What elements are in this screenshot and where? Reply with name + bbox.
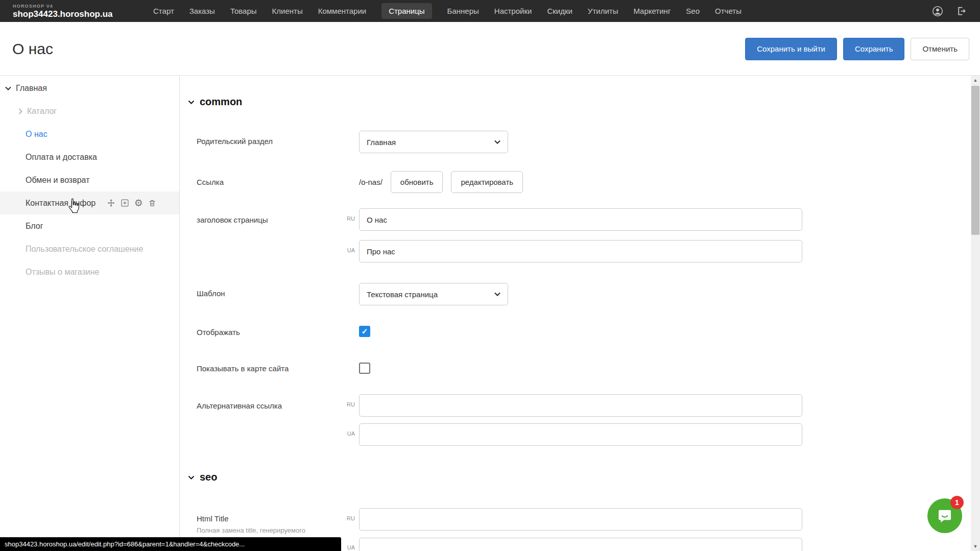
topbar: HOROSHOP V4 shop34423.horoshop.ua Старт … (0, 0, 980, 22)
nav-item-utility[interactable]: Утилиты (588, 3, 618, 19)
sidebar-item-label: О нас (26, 130, 47, 139)
html-title-input-ru[interactable] (359, 508, 802, 531)
chevron-down-icon (494, 292, 500, 296)
move-icon[interactable] (106, 199, 115, 208)
nav-item-zakazy[interactable]: Заказы (189, 3, 215, 19)
link-row: /o-nas/ обновить редактировать (359, 171, 523, 193)
sidebar-item-label: Обмен и возврат (26, 176, 89, 185)
html-title-hint: Полная замена title, генерируемого (197, 526, 305, 534)
refresh-link-button[interactable]: обновить (391, 171, 443, 193)
brand-version-label: HOROSHOP V4 (13, 4, 143, 9)
row-actions: ⚙ (106, 199, 157, 208)
delete-trash-icon[interactable] (148, 199, 157, 208)
cancel-button[interactable]: Отменить (911, 38, 969, 60)
topbar-right-icons (932, 6, 967, 17)
sidebar-item-label: Блог (26, 222, 43, 231)
template-select[interactable]: Текстовая страница (359, 283, 508, 305)
section-common-header[interactable]: common (188, 96, 242, 108)
page-title-input-ua[interactable] (359, 240, 802, 262)
html-title-label: Html Title (197, 514, 229, 523)
sidebar-item-oplata-i-dostavka[interactable]: Оплата и доставка (0, 146, 179, 169)
scroll-down-arrow[interactable]: ▼ (971, 544, 980, 549)
template-label: Шаблон (197, 289, 225, 298)
sidebar-item-glavnaya[interactable]: Главная (0, 77, 179, 100)
pages-tree-sidebar: Главная Каталог О нас Оплата и доставка … (0, 76, 180, 551)
display-checkbox[interactable]: ✓ (359, 326, 370, 337)
link-label: Ссылка (197, 178, 224, 186)
page-header: О нас Сохранить и выйти Сохранить Отмени… (0, 22, 980, 76)
lang-badge-ru: RU (343, 215, 355, 222)
logout-icon[interactable] (955, 6, 967, 17)
sitemap-label: Показывать в карте сайта (197, 364, 289, 373)
chat-unread-badge: 1 (950, 496, 964, 509)
edit-link-button[interactable]: редактировать (451, 171, 523, 193)
section-seo-title: seo (200, 471, 217, 483)
chevron-down-icon (5, 86, 11, 90)
sidebar-item-katalog[interactable]: Каталог (0, 100, 179, 123)
scrollbar-thumb[interactable] (971, 86, 979, 235)
header-buttons: Сохранить и выйти Сохранить Отменить (745, 22, 969, 76)
lang-badge-ru: RU (343, 515, 355, 521)
scroll-up-arrow[interactable]: ▲ (971, 78, 980, 83)
sidebar-item-otzyvy-o-magazine[interactable]: Отзывы о магазине (0, 260, 179, 283)
main-nav: Старт Заказы Товары Клиенты Комментарии … (153, 3, 742, 19)
alt-link-label: Альтернативная ссылка (197, 401, 282, 410)
nav-item-marketing[interactable]: Маркетинг (633, 3, 671, 19)
user-account-icon[interactable] (932, 6, 943, 17)
save-button[interactable]: Сохранить (843, 38, 905, 60)
chevron-right-icon (18, 108, 22, 114)
section-seo-header[interactable]: seo (188, 471, 217, 483)
sidebar-item-label: Отзывы о магазине (26, 268, 100, 277)
lang-badge-ua: UA (343, 247, 355, 253)
link-path: /o-nas/ (359, 178, 383, 186)
section-common-title: common (200, 96, 242, 108)
nav-item-start[interactable]: Старт (153, 3, 174, 19)
template-value: Текстовая страница (367, 290, 438, 299)
horoshop-admin-window: HOROSHOP V4 shop34423.horoshop.ua Старт … (0, 0, 980, 551)
add-page-icon[interactable] (120, 199, 129, 208)
nav-item-klienty[interactable]: Клиенты (272, 3, 303, 19)
sidebar-item-label: Каталог (27, 107, 57, 116)
nav-item-stranitsy[interactable]: Страницы (381, 3, 432, 19)
sidebar-item-obmen-i-vozvrat[interactable]: Обмен и возврат (0, 169, 179, 191)
sidebar-item-kontaktnaya-infor[interactable]: Контактная инфор ⚙ (0, 191, 179, 214)
nav-item-kommentarii[interactable]: Комментарии (318, 3, 366, 19)
sidebar-item-label: Контактная инфор (26, 199, 95, 208)
nav-item-seo[interactable]: Seo (686, 3, 700, 19)
nav-item-nastroyki[interactable]: Настройки (494, 3, 532, 19)
lang-badge-ua: UA (343, 430, 355, 437)
chevron-down-icon (188, 475, 195, 480)
display-label: Отображать (197, 328, 240, 337)
sidebar-item-polzovatelskoe-soglashenie[interactable]: Пользовательское соглашение (0, 237, 179, 260)
alt-link-input-ru[interactable] (359, 394, 802, 417)
sidebar-item-blog[interactable]: Блог (0, 214, 179, 237)
settings-gear-icon[interactable]: ⚙ (134, 199, 143, 208)
lang-badge-ru: RU (343, 401, 355, 408)
nav-item-otchety[interactable]: Отчеты (715, 3, 742, 19)
sidebar-item-label: Оплата и доставка (26, 153, 97, 162)
chat-widget-button[interactable]: 1 (927, 498, 962, 533)
link-status-bar: shop34423.horoshop.ua/edit/edit.php?id=6… (0, 537, 341, 551)
page-title: О нас (12, 22, 53, 76)
sitemap-checkbox[interactable] (359, 363, 370, 374)
lang-badge-ua: UA (343, 544, 355, 550)
vertical-scrollbar: ▲ ▼ (971, 76, 980, 551)
page-title-label: заголовок страницы (197, 215, 268, 224)
brand-block: HOROSHOP V4 shop34423.horoshop.ua (13, 4, 143, 18)
page-edit-form: common Родительский раздел Главная Ссылк… (180, 76, 971, 551)
chat-bubble-icon (936, 507, 954, 525)
sidebar-item-label: Главная (16, 84, 47, 93)
nav-item-tovary[interactable]: Товары (230, 3, 257, 19)
nav-item-bannery[interactable]: Баннеры (447, 3, 479, 19)
alt-link-input-ua[interactable] (359, 423, 802, 446)
sidebar-item-label: Пользовательское соглашение (26, 245, 143, 254)
parent-section-label: Родительский раздел (197, 137, 273, 146)
chevron-down-icon (188, 100, 195, 104)
sidebar-item-o-nas[interactable]: О нас (0, 123, 179, 146)
save-and-exit-button[interactable]: Сохранить и выйти (745, 38, 837, 60)
parent-section-value: Главная (367, 138, 396, 147)
html-title-input-ua[interactable] (359, 538, 802, 551)
page-title-input-ru[interactable] (359, 208, 802, 231)
nav-item-skidki[interactable]: Скидки (547, 3, 572, 19)
parent-section-select[interactable]: Главная (359, 131, 508, 153)
